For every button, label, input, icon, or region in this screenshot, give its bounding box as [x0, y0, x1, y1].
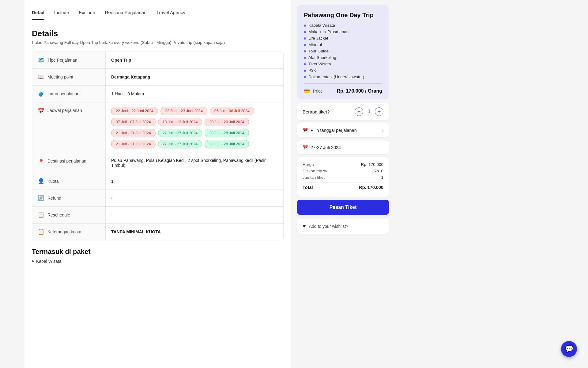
kuota-label: 👤 Kuota	[32, 173, 106, 190]
jumlah-value: 1	[381, 175, 383, 180]
ticket-count-row: Berapa tiket? − 1 +	[297, 103, 389, 120]
selected-date-row: 📅 27-27 Juli 2024	[297, 140, 389, 154]
luggage-icon: 🧳	[38, 90, 44, 97]
jadwal-label: 📅 Jadwal perjalanan	[32, 102, 106, 153]
schedule-tag[interactable]: 06 Juli - 06 Juli 2024	[210, 107, 254, 115]
schedule-tag[interactable]: 21 Juli - 21 Juli 2024	[111, 129, 156, 137]
table-row: 🔄 Refund -	[32, 190, 283, 207]
refund-label: 🔄 Refund	[32, 190, 106, 206]
note-icon: 📋	[38, 228, 44, 235]
list-item: Dokumentasi (Under/Upwater)	[304, 75, 382, 79]
table-row: 📍 Destinasi perjalanan Pulau Pahawang, P…	[32, 153, 283, 173]
tab-include[interactable]: Include	[54, 6, 69, 20]
bullet-icon	[32, 260, 34, 262]
tipe-label: 🗺️ Tipe Perjalanan	[32, 52, 106, 68]
reschedule-icon: 📋	[38, 212, 44, 218]
info-table: 🗺️ Tipe Perjalanan Open Trip 📖 Meeting p…	[32, 52, 284, 240]
chat-button[interactable]: 💬	[561, 341, 577, 357]
list-item: Life Jacket	[304, 36, 382, 40]
chevron-right-icon: ›	[382, 128, 383, 133]
keterangan-value: TANPA MINIMAL KUOTA	[106, 224, 283, 240]
table-row: 👤 Kuota 1	[32, 173, 283, 190]
termasuk-title: Termasuk di paket	[32, 248, 284, 256]
price-icon: 💳	[304, 88, 310, 94]
dot-icon	[304, 25, 306, 27]
list-item: Alat Snorkeling	[304, 55, 382, 60]
schedule-tag[interactable]: 27 Juli - 27 Juli 2024	[158, 129, 202, 137]
wishlist-row[interactable]: ♥ Add to your wishlist?	[297, 219, 389, 234]
list-item: Tour Guide	[304, 49, 382, 53]
selected-date-value: 27-27 Juli 2024	[311, 145, 341, 150]
list-item: Kapal Wisata	[32, 259, 284, 264]
sidebar: Pahawang One Day Trip Kapala Wisata Maka…	[291, 0, 395, 368]
pin-icon: 📍	[38, 159, 44, 165]
total-value: Rp. 170.000	[359, 185, 383, 190]
date-picker-row[interactable]: 📅 Pilih tanggal perjalanan ›	[297, 123, 389, 137]
dot-icon	[304, 37, 306, 40]
schedule-tag[interactable]: 13 Juli - 13 Juli 2024	[158, 118, 202, 126]
table-row: 🗺️ Tipe Perjalanan Open Trip	[32, 52, 283, 69]
schedule-tag[interactable]: 21 Juli - 21 Juli 2024	[111, 140, 156, 148]
chat-icon: 💬	[565, 345, 573, 353]
order-button[interactable]: Pesan Tiket	[297, 200, 389, 215]
dot-icon	[304, 70, 306, 72]
harga-value: Rp. 170.000	[361, 162, 383, 167]
schedule-tags: 22 Juni - 22 Juni 2024 23 Juni - 23 Juni…	[106, 102, 283, 153]
inclusion-list: Kapala Wisata Makan 1x Prasmanan Life Ja…	[304, 23, 382, 79]
list-item: Makan 1x Prasmanan	[304, 29, 382, 34]
calendar-icon: 📅	[303, 128, 308, 133]
reschedule-label: 📋 Reschedule	[32, 207, 106, 223]
list-item: Kapala Wisata	[304, 23, 382, 28]
refund-icon: 🔄	[38, 195, 44, 201]
sidebar-card-title: Pahawang One Day Trip	[304, 12, 382, 19]
tipe-value: Open Trip	[106, 52, 283, 68]
diskon-value: Rp. 0	[374, 169, 383, 173]
user-icon: 👤	[38, 178, 44, 185]
schedule-tag[interactable]: 07 Juli - 07 Juli 2024	[111, 118, 156, 126]
schedule-tag[interactable]: 20 Juli - 20 Juli 2024	[205, 118, 249, 126]
ticket-count-display: 1	[366, 109, 372, 114]
schedule-tag[interactable]: 22 Juni - 22 Juni 2024	[111, 107, 158, 115]
ticket-minus-button[interactable]: −	[355, 107, 363, 116]
wishlist-label: Add to your wishlist?	[309, 224, 348, 229]
jadwal-value: 22 Juni - 22 Juni 2024 23 Juni - 23 Juni…	[106, 102, 283, 153]
schedule-tag[interactable]: 23 Juni - 23 Juni 2024	[160, 107, 207, 115]
inclusion-card: Pahawang One Day Trip Kapala Wisata Maka…	[297, 5, 389, 99]
diskon-line: Diskon trip % Rp. 0	[303, 169, 383, 173]
pricing-summary: Harga Rp. 170.000 Diskon trip % Rp. 0 Ju…	[297, 157, 389, 197]
table-row: 📖 Meeting point Dermaga Ketapang	[32, 69, 283, 86]
map-icon: 🗺️	[38, 57, 44, 63]
calendar-icon: 📅	[303, 145, 308, 150]
tab-rencana[interactable]: Rencana Perjalanan	[105, 6, 147, 20]
ticket-plus-button[interactable]: +	[375, 107, 383, 116]
termasuk-section: Termasuk di paket Kapal Wisata	[24, 240, 291, 264]
schedule-tag[interactable]: 28 Juli - 28 Juli 2024	[205, 140, 249, 148]
price-row: 💳 Price Rp. 170.000 / Orang	[304, 83, 382, 94]
dot-icon	[304, 57, 306, 59]
schedule-tag[interactable]: 28 Juli - 28 Juli 2024	[205, 129, 249, 137]
table-row: 🧳 Lama perjalanan 1 Hari + 0 Malam	[32, 86, 283, 102]
kuota-value: 1	[106, 173, 283, 190]
page-title: Details	[32, 29, 284, 38]
dot-icon	[304, 63, 306, 65]
dot-icon	[304, 76, 306, 78]
date-label: 📅 Pilih tanggal perjalanan	[303, 128, 357, 133]
ticket-controls: − 1 +	[355, 107, 383, 116]
destinasi-label: 📍 Destinasi perjalanan	[32, 153, 106, 173]
jumlah-line: Jumlah tiket 1	[303, 175, 383, 180]
dot-icon	[304, 50, 306, 52]
meeting-label: 📖 Meeting point	[32, 69, 106, 85]
reschedule-value: -	[106, 207, 283, 223]
schedule-tag[interactable]: 27 Juli - 27 Juli 2024	[158, 140, 202, 148]
book-icon: 📖	[38, 74, 44, 80]
price-label: Price	[313, 89, 323, 94]
tab-detail[interactable]: Detail	[32, 6, 44, 20]
keterangan-label: 📋 Keterangan kuota	[32, 224, 106, 240]
refund-value: -	[106, 190, 283, 206]
tab-travel-agency[interactable]: Travel Agency	[156, 6, 186, 20]
table-row: 📋 Reschedule -	[32, 207, 283, 224]
price-value: Rp. 170.000 / Orang	[337, 88, 382, 94]
total-line: Total Rp. 170.000	[303, 182, 383, 190]
list-item: Mineral	[304, 42, 382, 47]
tab-exclude[interactable]: Exclude	[79, 6, 95, 20]
